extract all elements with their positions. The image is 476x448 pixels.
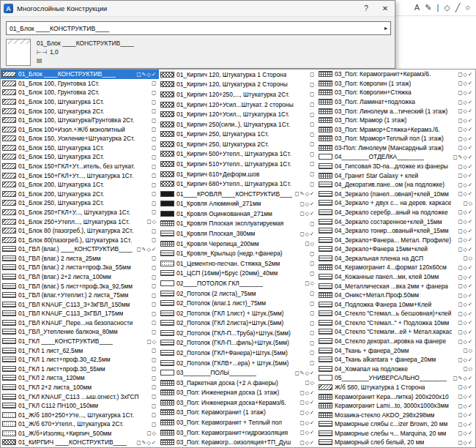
composite-item[interactable]: 01_Ж/б+Изоляц.+Кирпич_500мм◻◇ [1,429,159,438]
composite-item[interactable]: 04_Гипсовая 3D-па...дложке из фанеры◻◇✓ [317,162,475,171]
composite-item[interactable]: 01_Блок 150+ГКЛ+Ут...итель, без штукат.◻ [1,162,159,171]
composite-item[interactable]: 01_Цементно-песчан. Стяжка_52мм◻ [159,258,317,269]
composite-item[interactable]: 04_Зеркало + двух с... на дерев. каркасе… [317,198,475,208]
composite-item[interactable]: 04_Оникс+Метал.Проф.50мм◻◇✓ [317,291,475,300]
composite-item[interactable]: 02_Потолок (ГКЛ-П...филь)+Штук.(5мм)◻ [159,338,317,348]
composite-item[interactable]: 01_Блок 200, Штукатурка 2Ст.◻ [1,190,159,199]
composite-item[interactable]: 01_ГВЛ (влаг.) 2 листа_25мм◻ [1,254,159,264]
composite-item[interactable]: 01_ГКЛ C112 ПН100_150мм◻ [1,401,159,411]
composite-item[interactable]: Керамогранит Кера...литка) 200x200x10◻◇✓ [317,392,475,401]
composite-item[interactable]: 01_Кирпич 120+250,..., Штукатурка 2Ст.◻ [159,89,317,100]
composite-item[interactable]: Керамогранит Lami...to, 3000x1000x3мм◻◇✓ [317,401,475,411]
composite-item[interactable]: 03_Паркетная доска (+2 А фанеры)◻◇ [159,378,317,388]
help-button[interactable]: ? [357,1,376,16]
composite-item[interactable]: 03_Пол: Линолеум а...тический (1 этаж)◻◇… [317,106,475,116]
composite-item[interactable]: 01_ГКЛ 2 листа_120мм◻ [1,373,159,383]
composite-item[interactable]: 01_Блок 100, Штукатурка 2Ст.◻ [1,106,159,116]
composite-item[interactable]: 01_Кровля Черепица_200мм◻◇ [159,239,317,249]
composite-item[interactable]: 04_Зеркало+Фанера 15мм+клей◻◇✓ [317,244,475,254]
composite-item[interactable]: 01_Ж/б 670+Утепл., Штукатурка 2Ст.◻ [1,419,159,429]
composite-item[interactable]: 01_Блок 100, Штукатурка 1Ст.◻ [1,97,159,107]
composite-item[interactable]: 01_Кирпич 500+Утепл., Штукатурка 1Ст.◻ [159,149,317,160]
composite-item[interactable]: 04_Ткань + фанера_20мм◻◇ [317,346,475,355]
composite-item[interactable]: 01_Кирпич 250, Штукатурка 2Ст.◻ [159,139,317,149]
composite-item[interactable]: 01_Кирпич 120, Штукатурка 1 Сторона◻ [159,70,317,80]
composite-item[interactable]: 02_Потолок (ГКЛ 1лист) + Штук.(5мм)◻ [159,308,317,318]
composite-item[interactable]: 01_Блок 80 (пазогреб.), Штукатурка 2Ст.◻ [1,226,159,236]
composite-item[interactable]: 02_Потолок (ГКЛВ+...ера) + Штук.(5мм)◻ [159,358,317,368]
composite-item[interactable]: 01_Кровля Оцинкованная_271мм◻◇✓ [159,209,317,219]
composite-item[interactable]: 01_ГВЛ (влаг.) 2 листа+проф.3ка_55мм◻ [1,263,159,272]
composite-item[interactable]: 01_Кирпич 250, Штукатурка 1Ст.◻ [159,129,317,139]
composite-item[interactable]: 02_Потолок (ГКЛ-П...Труба)+Штук.(5мм)◻ [159,328,317,338]
composite-item[interactable]: 04_Подложка Фанера 10мм+Клей◻◇✓ [317,299,475,309]
close-button[interactable]: ✕ [376,1,395,16]
composite-item[interactable]: 01_Кровля Плоская эксплуатируемая◻ [159,219,317,229]
composite-item[interactable]: 01_ГВЛ KNAUF_Пере...на безопасности◻ [1,318,159,328]
composite-item[interactable]: 01_ГВЛ KNAUF_C113_3+3кГВЛ_150мм◻ [1,299,159,309]
composite-item[interactable]: 03_Пол: Ковролин+Стяжка◻◇✓ [317,88,475,97]
composite-item[interactable]: 02_Потолок (2 листа)_75мм◻ [159,288,317,299]
composite-item[interactable]: 05________УНИВЕРСАЛЬНО________◻✎◇✓ [317,373,475,383]
composite-item[interactable]: 03_Пол: Ковролин (1 этаж)◻◇✓ [317,79,475,89]
composite-item[interactable]: 01_Блок ____КОНСТРУКТИВ____◻✎◇✓ [1,70,159,79]
composite-item[interactable]: 01_Блок 150, Штукатурка 2Ст.◻ [1,152,159,162]
composite-item[interactable]: 03_Пол: Инженерная доска+Керамз/6.◻◇✓ [159,397,317,408]
composite-item[interactable]: 01_ГВЛ (влаг.+Утеплит.) 2 листа_75мм◻ [1,291,159,300]
composite-item[interactable]: 01_Блок 150+ГКЛ+Ут..., Штукатурка 1Ст.◻ [1,171,159,180]
composite-item[interactable]: 01_Блок 250+Утепл..., Штукатурка 1Ст.◻◇ [1,217,159,226]
composite-item[interactable]: 01_ЦСП (16мм)+Брус (20мм)_40мм◻ [159,269,317,279]
composite-item[interactable]: 04_Зеркало+Фанера... Метал. Профиле)◻◇✓ [317,235,475,244]
composite-item[interactable]: 01_Блок 150, Штукатурка 1Ст.◻ [1,143,159,153]
composite-item[interactable]: 01_Кирпич 120+Усил.., Штукатурка 1Ст.◻ [159,109,317,119]
composite-item[interactable]: 04_Кожанные панел...ми, клей 10мм◻◇✓ [317,272,475,282]
composite-item[interactable]: 01_Блок 100, Грунтовка 1Ст.◻ [1,79,159,89]
composite-item[interactable]: 04_Гранит Star Galaxy + клей◻◇✓ [317,171,475,180]
composite-item[interactable]: 03________ПОЛЫ________◻✎◇✓ [159,367,317,378]
composite-item[interactable]: 03-Пол: Линолеум (Мансардный этаж)◻◇✓ [317,143,475,153]
composite-item[interactable]: 03_Пол: Ламинат+подложка◻◇✓ [317,97,475,107]
composite-item[interactable]: 02____ПОТОЛОК ГКЛ_______◻◇ [159,278,317,288]
composite-item[interactable]: 04_Зеркало тонир...ованый+клей_15мм◻◇✓ [317,226,475,236]
composite-item[interactable]: 01_Блок 250, Штукатурка 2Ст.◻ [1,198,159,208]
composite-item[interactable]: 01_Кирпич 610+Деформ.шов◻ [159,169,317,179]
composite-item[interactable]: 01_Блок 100, Грунтовка 2Ст.◻ [1,88,159,97]
composite-item[interactable]: 04_Зеркало состаренное+клей_15мм◻◇✓ [317,217,475,226]
composite-item[interactable]: 04_Ткань alkantara + фанера_20мм◻◇✓ [317,355,475,365]
composite-item[interactable]: 01_Блок 100+Изол.+Ж/б монолитный◻ [1,124,159,134]
composite-item[interactable]: Мраморные слебы ч... Marquina, 20 мм◻◇✓ [317,429,475,438]
composite-item[interactable]: 01_КИРПИЧ ____КОНСТРУКТИВ____◻✎◇✓ [1,438,159,447]
dialog-titlebar[interactable]: A Многослойные Конструкции ? ✕ [1,1,395,17]
composite-item[interactable]: 03_Пол: Мрамор+Теплый пол (1 этаж)◻◇✓ [317,134,475,143]
composite-item[interactable]: 01____КРОВЛЯ____КОНСТРУКТИВ____◻✎◇✓ [159,189,317,199]
composite-item[interactable]: 01_Кровля_Крыльцо (недр.+фанера)◻ [159,248,317,258]
composite-item[interactable]: 03_Пол: Мрамор (1 этаж)◻◇✓ [317,116,475,125]
chevron-right-icon[interactable]: ▸ [384,25,387,31]
composite-item[interactable]: 01_ГКЛ 2+2 листа_100мм◻ [1,383,159,392]
text-tool-icon[interactable]: A [414,4,420,12]
composite-item[interactable]: 04_Хомапал на подложке◻◇ [317,365,475,374]
composite-item[interactable]: 01_Кирпич 680+Утепл., Штукатурка 1Ст.◻ [159,179,317,189]
composite-item[interactable]: 04_Декоратив.пане...ом (на подложке)◻◇✓ [317,180,475,190]
composite-item[interactable]: 01_ГКЛ 1 лист_62,5мм◻ [1,346,159,355]
composite-item[interactable]: 01_ГВЛ KNAUF_C113_3хГВЛ_175мм◻ [1,309,159,318]
composite-item[interactable]: 04_Зеркальная пленка на ДСП◻◇ [317,254,475,264]
composite-item[interactable]: 03_Пол: Керамогранит + Теплый пол◻◇✓ [159,417,317,428]
composite-item[interactable]: Мраморный слеб белый, 20 мм◻◇✓ [317,438,475,447]
composite-item[interactable]: 03_Пол: Мрамор+Стяжка+Керамз./6.◻◇✓ [317,124,475,134]
composite-item[interactable]: 01_Кирпич 120+Усил...Штукат. 2 стороны◻ [159,100,317,110]
composite-item[interactable]: 01_ГВЛ (влаг.) ____КОНСТРУКТИВ____◻✎◇✓ [1,244,159,254]
composite-combobox[interactable]: 01_Блок ____КОНСТРУКТИВ____ ▸ [6,21,391,35]
composite-item[interactable]: 01_Кирпич 510+Утепл., Штукатурка 1Ст.◻ [159,159,317,169]
composite-item[interactable]: 04_Стекло декорат...ировка на фанере◻◇✓ [317,337,475,346]
composite-item[interactable]: 01_Блок 200, Штукатурка 1Ст.◻ [1,180,159,190]
composite-item[interactable]: 01_ГВЛ_Утепление балкона_80мм◻ [1,327,159,337]
composite-item[interactable]: 01_Блок 250+ГКЛ+У..., Штукатурка 1Ст.◻ [1,208,159,217]
composite-item[interactable]: 01_Кирпич 120, Штукатурка 2 Стороны◻ [159,80,317,90]
composite-item[interactable]: 01_ГКЛ KNAUF_C113 ...ыш.огнест.) 3хГСП◻ [1,392,159,401]
composite-item[interactable]: 01_Кровля Алюминий_271мм◻◇✓ [159,199,317,209]
composite-item[interactable]: 01_Блок 150, Усиление+Штукатурка 2Ст.◻ [1,134,159,143]
composite-item[interactable]: 03_Пол: Керамогр...оизоляция+ТП_Душ◻◇✓ [159,437,317,447]
composite-item[interactable]: 01_ГВЛ (влаг.) 2+2 листа_100мм◻ [1,272,159,282]
composite-item[interactable]: 01_ГКЛ 1 лист+проф.30_55мм◻ [1,365,159,374]
